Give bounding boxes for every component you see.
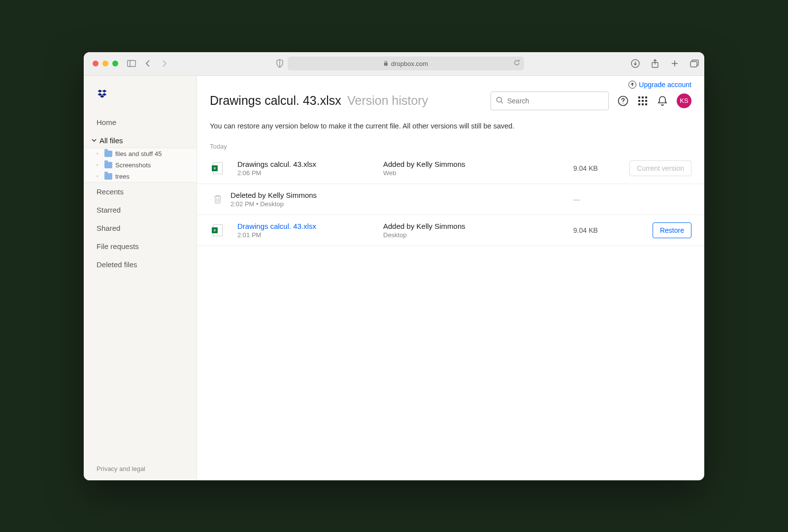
sidebar-item-starred[interactable]: Starred <box>84 201 197 219</box>
svg-rect-18 <box>645 103 647 105</box>
current-version-button: Current version <box>629 160 691 176</box>
sidebar-item-all-files[interactable]: All files <box>84 131 197 148</box>
folder-icon <box>104 162 112 168</box>
version-size: 9.04 KB <box>573 226 623 234</box>
svg-rect-15 <box>645 100 647 102</box>
restore-button[interactable]: Restore <box>653 222 691 238</box>
sidebar: Home All files › files and stuff 45 › Sc… <box>84 76 197 480</box>
version-size: — <box>573 195 623 203</box>
svg-point-9 <box>623 102 624 103</box>
upgrade-account-link[interactable]: Upgrade account <box>628 81 691 89</box>
main-content: Upgrade account Drawings calcul. 43.xlsx… <box>197 76 704 480</box>
svg-rect-6 <box>690 62 697 67</box>
sidebar-item-home[interactable]: Home <box>84 113 197 131</box>
svg-rect-16 <box>638 103 640 105</box>
version-file-name[interactable]: Drawings calcul. 43.xlsx <box>237 222 378 230</box>
svg-rect-10 <box>638 96 640 98</box>
svg-point-7 <box>497 97 502 102</box>
svg-rect-11 <box>642 96 644 98</box>
apps-grid-icon[interactable] <box>637 95 648 106</box>
svg-rect-14 <box>642 100 644 102</box>
page-title: Drawings calcul. 43.xlsx <box>210 94 341 107</box>
svg-rect-12 <box>645 96 647 98</box>
tree-item[interactable]: › Screenshots <box>84 159 197 171</box>
svg-rect-13 <box>638 100 640 102</box>
back-button[interactable] <box>143 59 153 68</box>
help-icon[interactable] <box>618 95 628 106</box>
chevron-down-icon <box>92 138 97 143</box>
deleted-meta: 2:02 PM • Desktop <box>230 200 568 208</box>
version-size: 9.04 KB <box>573 164 623 172</box>
version-row-deleted[interactable]: Deleted by Kelly Simmons 2:02 PM • Deskt… <box>197 184 704 215</box>
svg-rect-17 <box>642 103 644 105</box>
folder-icon <box>104 173 112 180</box>
url-host: dropbox.com <box>391 60 428 67</box>
address-bar[interactable]: dropbox.com <box>288 57 524 70</box>
xlsx-file-icon <box>210 160 226 176</box>
upgrade-icon <box>628 81 636 89</box>
version-source: Web <box>383 169 568 177</box>
svg-rect-0 <box>128 61 136 67</box>
chevron-right-icon: › <box>97 162 101 167</box>
folder-tree: › files and stuff 45 › Screenshots › tre… <box>84 148 197 183</box>
sidebar-item-recents[interactable]: Recents <box>84 183 197 201</box>
xlsx-file-icon <box>210 222 226 238</box>
forward-button[interactable] <box>160 59 169 68</box>
maximize-window-button[interactable] <box>112 61 118 66</box>
sidebar-item-file-requests[interactable]: File requests <box>84 237 197 255</box>
window-controls <box>93 61 118 66</box>
svg-rect-3 <box>384 63 388 65</box>
tree-item[interactable]: › files and stuff 45 <box>84 148 197 159</box>
search-input[interactable] <box>491 92 609 110</box>
new-tab-icon[interactable] <box>670 59 680 68</box>
avatar[interactable]: KS <box>677 94 691 108</box>
download-icon[interactable] <box>630 59 640 68</box>
safari-toolbar: dropbox.com <box>84 52 704 76</box>
folder-icon <box>104 151 112 157</box>
deleted-text: Deleted by Kelly Simmons <box>230 191 568 199</box>
trash-icon <box>210 191 226 207</box>
browser-window: dropbox.com <box>84 52 704 480</box>
sidebar-toggle-icon[interactable] <box>127 59 136 68</box>
share-icon[interactable] <box>650 59 660 68</box>
version-row[interactable]: Drawings calcul. 43.xlsx 2:06 PM Added b… <box>197 153 704 184</box>
page-subtitle: Version history <box>347 94 428 107</box>
version-time: 2:06 PM <box>237 169 378 177</box>
version-row[interactable]: Drawings calcul. 43.xlsx 2:01 PM Added b… <box>197 215 704 246</box>
reload-icon[interactable] <box>514 60 520 67</box>
tree-item[interactable]: › trees <box>84 171 197 182</box>
sidebar-item-deleted-files[interactable]: Deleted files <box>84 255 197 274</box>
version-file-name: Drawings calcul. 43.xlsx <box>237 160 378 168</box>
tabs-icon[interactable] <box>690 59 699 68</box>
notifications-icon[interactable] <box>657 95 668 106</box>
shield-icon[interactable] <box>276 59 284 68</box>
version-time: 2:01 PM <box>237 231 378 239</box>
version-added-by: Added by Kelly Simmons <box>383 160 568 168</box>
minimize-window-button[interactable] <box>102 61 108 66</box>
sidebar-footer-link[interactable]: Privacy and legal <box>84 457 197 480</box>
version-source: Desktop <box>383 231 568 239</box>
dropbox-logo[interactable] <box>84 76 197 113</box>
restore-note: You can restore any version below to mak… <box>197 110 704 134</box>
chevron-right-icon: › <box>97 174 101 179</box>
section-label: Today <box>197 134 704 153</box>
chevron-right-icon: › <box>97 151 101 156</box>
page-title-wrap: Drawings calcul. 43.xlsx Version history <box>210 94 428 108</box>
lock-icon <box>384 61 388 67</box>
version-added-by: Added by Kelly Simmons <box>383 222 568 230</box>
sidebar-item-shared[interactable]: Shared <box>84 219 197 237</box>
search-icon <box>496 96 503 105</box>
close-window-button[interactable] <box>93 61 98 66</box>
